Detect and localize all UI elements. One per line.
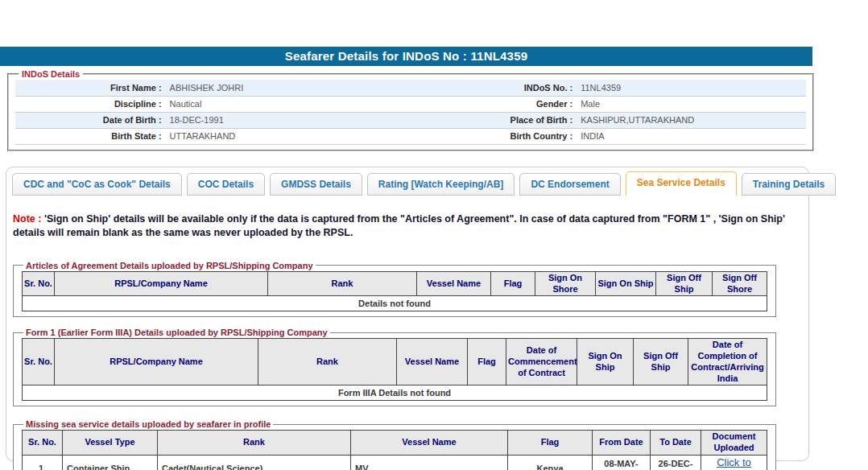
articles-of-agreement-fieldset: Articles of Agreement Details uploaded b… <box>13 261 776 318</box>
header-cell: Sign On Ship <box>596 271 656 296</box>
header-cell: Sign Off Ship <box>634 339 688 385</box>
header-cell: Flag <box>468 339 506 385</box>
details-not-found-message: Details not found <box>23 296 767 311</box>
tab-gmdss-details[interactable]: GMDSS Details <box>270 173 362 196</box>
field-value: ABHISHEK JOHRI <box>166 80 451 96</box>
articles-of-agreement-legend: Articles of Agreement Details uploaded b… <box>23 261 316 270</box>
form-iiia-not-found-message: Form IIIA Details not found <box>23 385 767 401</box>
form1-fieldset: Form 1 (Earlier Form IIIA) Details uploa… <box>13 328 776 406</box>
articles-of-agreement-table: Sr. No. RPSL/Company Name Rank Vessel Na… <box>22 271 767 312</box>
table-header-row: Sr. No. RPSL/Company Name Rank Vessel Na… <box>23 339 767 385</box>
missing-sea-service-table: Sr. No. Vessel Type Rank Vessel Name Fla… <box>22 430 767 470</box>
header-cell: Sign On Ship <box>577 339 634 385</box>
header-cell: RPSL/Company Name <box>55 339 258 385</box>
indos-row: First Name : ABHISHEK JOHRI INDoS No. : … <box>15 80 806 96</box>
header-cell: Rank <box>158 431 351 456</box>
field-value: Nautical <box>166 96 451 112</box>
flag-cell: Kenya <box>508 455 593 470</box>
tab-content-panel: CDC and "CoC as Cook" DetailsCOC Details… <box>6 167 809 461</box>
header-cell: Date of Commencement of Contract <box>506 339 577 385</box>
header-cell: Vessel Name <box>397 339 468 385</box>
header-cell: Vessel Name <box>351 431 508 456</box>
document-uploaded-cell: Click to View <box>701 455 767 470</box>
field-label: INDoS No. : <box>450 80 577 96</box>
header-cell: Rank <box>268 271 417 296</box>
to-date-cell: 26-DEC-2017 <box>651 455 701 470</box>
tab-rating-watch-keeping[interactable]: Rating [Watch Keeping/AB] <box>367 173 515 196</box>
field-value: INDIA <box>577 128 806 144</box>
field-value: 11NL4359 <box>577 80 806 96</box>
table-header-row: Sr. No. Vessel Type Rank Vessel Name Fla… <box>23 431 767 456</box>
form1-legend: Form 1 (Earlier Form IIIA) Details uploa… <box>23 328 330 337</box>
tab-dc-endorsement[interactable]: DC Endorsement <box>519 173 620 196</box>
header-cell: Sign On Shore <box>535 271 596 296</box>
empty-row: Details not found <box>23 296 767 311</box>
page-title: Seafarer Details for INDoS No : 11NL4359 <box>285 49 527 63</box>
field-label: Date of Birth : <box>15 112 166 128</box>
indos-details-legend: INDoS Details <box>19 69 83 79</box>
header-cell: Document Uploaded <box>701 431 767 456</box>
note-text: Note : 'Sign on Ship' details will be av… <box>13 212 796 240</box>
field-label: Birth Country : <box>450 128 577 144</box>
header-cell: Sr. No. <box>23 339 55 385</box>
indos-details-table: First Name : ABHISHEK JOHRI INDoS No. : … <box>15 80 806 145</box>
field-value: Male <box>577 96 806 112</box>
header-cell: Flag <box>508 431 593 456</box>
vessel-type-cell: Container Ship <box>63 455 158 470</box>
header-cell: From Date <box>593 431 651 456</box>
field-value: KASHIPUR,UTTARAKHAND <box>577 112 806 128</box>
page-title-bar: Seafarer Details for INDoS No : 11NL4359 <box>0 47 812 66</box>
rank-cell: Cadet(Nautical Science) <box>158 455 351 470</box>
field-label: Birth State : <box>15 128 166 144</box>
header-cell: To Date <box>651 431 701 456</box>
from-date-cell: 08-MAY-2017 <box>593 455 651 470</box>
indos-row: Discipline : Nautical Gender : Male <box>15 96 806 112</box>
missing-sea-service-fieldset: Missing sea service details uploaded by … <box>13 419 776 470</box>
indos-row: Birth State : UTTARAKHAND Birth Country … <box>15 128 806 144</box>
header-cell: Sr. No. <box>23 271 55 296</box>
tab-cdc-coc-as-cook[interactable]: CDC and "CoC as Cook" Details <box>12 173 182 196</box>
table-row: 1. Container Ship Cadet(Nautical Science… <box>23 455 767 470</box>
header-cell: Sr. No. <box>23 431 63 456</box>
header-cell: Sign Off Ship <box>656 271 713 296</box>
indos-details-fieldset: INDoS Details First Name : ABHISHEK JOHR… <box>7 69 814 151</box>
indos-row: Date of Birth : 18-DEC-1991 Place of Bir… <box>15 112 806 128</box>
empty-row: Form IIIA Details not found <box>23 385 767 401</box>
header-cell: Flag <box>491 271 535 296</box>
header-cell: RPSL/Company Name <box>55 271 268 296</box>
header-cell: Sign Off Shore <box>713 271 767 296</box>
tab-training-details[interactable]: Training Details <box>742 173 836 196</box>
field-label: Discipline : <box>15 96 166 112</box>
vessel-name-cell: MV <box>351 455 508 470</box>
header-cell: Rank <box>258 339 397 385</box>
sr-no-cell: 1. <box>23 455 63 470</box>
field-value: 18-DEC-1991 <box>166 112 451 128</box>
field-label: First Name : <box>15 80 166 96</box>
tab-sea-service-details[interactable]: Sea Service Details <box>626 171 737 196</box>
header-cell: Vessel Name <box>417 271 491 296</box>
note-prefix: Note : <box>13 213 41 225</box>
header-cell: Date of Completion of Contract/Arriving … <box>688 339 767 385</box>
field-value: UTTARAKHAND <box>166 128 451 144</box>
note-body: 'Sign on Ship' details will be available… <box>13 213 785 238</box>
field-label: Place of Birth : <box>450 112 577 128</box>
tab-strip: CDC and "CoC as Cook" DetailsCOC Details… <box>6 167 808 196</box>
table-header-row: Sr. No. RPSL/Company Name Rank Vessel Na… <box>23 271 767 296</box>
header-cell: Vessel Type <box>63 431 158 456</box>
field-label: Gender : <box>450 96 577 112</box>
missing-sea-service-legend: Missing sea service details uploaded by … <box>23 419 273 429</box>
form1-table: Sr. No. RPSL/Company Name Rank Vessel Na… <box>22 338 767 401</box>
click-to-view-link[interactable]: Click to View <box>717 456 751 470</box>
tab-coc-details[interactable]: COC Details <box>187 173 265 196</box>
